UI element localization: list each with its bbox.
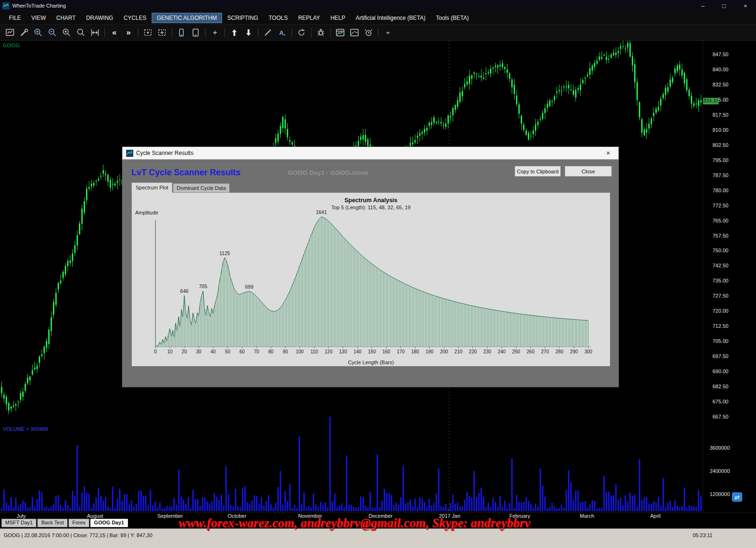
menu-file[interactable]: FILE xyxy=(4,13,26,23)
arrow-up-icon[interactable] xyxy=(228,26,241,39)
bug-icon[interactable] xyxy=(314,26,327,39)
pencil-icon[interactable] xyxy=(261,26,275,39)
toolbar-separator xyxy=(224,28,225,37)
menu-drawing[interactable]: DRAWING xyxy=(81,13,119,23)
svg-text:10: 10 xyxy=(167,349,173,354)
svg-text:0: 0 xyxy=(154,349,157,354)
dialog-close-button[interactable]: Close xyxy=(565,166,612,177)
svg-text:230: 230 xyxy=(483,349,491,354)
tablet-icon[interactable] xyxy=(189,26,202,39)
minimize-button[interactable]: – xyxy=(692,0,713,11)
time-axis[interactable]: JulyAugustSeptemberOctoberNovemberDecemb… xyxy=(0,513,756,519)
menu-genetic-algorithm[interactable]: GENETIC ALGORITHM xyxy=(152,13,222,23)
alarm-icon[interactable] xyxy=(362,26,375,39)
dialog-titlebar[interactable]: Cycle Scanner Results × xyxy=(122,147,619,160)
dialog-tabs: Spectrum PlotDominant Cycle Data xyxy=(131,182,230,193)
svg-text:699: 699 xyxy=(245,284,254,290)
price-axis-label: 795.00 xyxy=(713,157,729,163)
svg-text:270: 270 xyxy=(541,349,549,354)
menu-tools[interactable]: TOOLS xyxy=(263,13,292,23)
price-axis-label: 712.50 xyxy=(713,323,729,329)
dialog-icon xyxy=(126,150,133,157)
step-forward-icon[interactable]: » xyxy=(122,26,135,39)
menu-bar: FILEVIEWCHARTDRAWINGCYCLESGENETIC ALGORI… xyxy=(0,11,756,25)
copy-to-clipboard-button[interactable]: Copy to Clipboard xyxy=(515,166,561,177)
window-title: WhenToTrade Charting xyxy=(12,3,66,9)
price-axis-label: 817.50 xyxy=(713,112,729,118)
arrow-down-icon[interactable] xyxy=(242,26,255,39)
menu-view[interactable]: VIEW xyxy=(26,13,51,23)
dialog-close-icon[interactable]: × xyxy=(598,147,619,159)
cycle-scanner-dialog: Cycle Scanner Results × LvT Cycle Scanne… xyxy=(122,146,619,387)
spectrum-title: Spectrum Analysis xyxy=(132,197,610,204)
price-axis-label: 750.00 xyxy=(713,248,729,253)
maximize-button[interactable]: □ xyxy=(713,0,735,11)
svg-text:80: 80 xyxy=(268,349,274,354)
toolbar-separator xyxy=(292,28,292,37)
menu-cycles[interactable]: CYCLES xyxy=(119,13,152,23)
wrench-icon[interactable] xyxy=(17,26,31,39)
svg-text:90: 90 xyxy=(283,349,288,354)
app-window: WhenToTrade Charting – □ × FILEVIEWCHART… xyxy=(0,0,756,548)
dialog-tab-spectrum-plot[interactable]: Spectrum Plot xyxy=(131,182,172,193)
font-size-icon[interactable]: A xyxy=(275,26,289,39)
phone-icon[interactable] xyxy=(175,26,188,39)
close-button[interactable]: × xyxy=(735,0,756,11)
svg-text:280: 280 xyxy=(556,349,564,354)
price-axis-label: 675.00 xyxy=(713,399,729,404)
svg-text:140: 140 xyxy=(353,349,361,354)
swap-arrows-icon[interactable]: ⇄ xyxy=(732,492,742,502)
more-dropdown-icon[interactable] xyxy=(381,26,395,39)
price-axis-label: 727.50 xyxy=(713,293,729,299)
svg-text:300: 300 xyxy=(584,349,593,354)
dialog-heading: LvT Cycle Scanner Results xyxy=(131,168,241,178)
dialog-tab-dominant-cycle-data[interactable]: Dominant Cycle Data xyxy=(173,183,230,193)
curve-window-icon[interactable] xyxy=(348,26,361,39)
indicator-window-icon[interactable] xyxy=(334,26,347,39)
price-axis-label: 742.50 xyxy=(713,263,729,268)
search-icon[interactable] xyxy=(74,26,87,39)
zoom-in-icon[interactable] xyxy=(32,26,45,39)
crosshair-region-icon[interactable] xyxy=(155,26,169,39)
zoom-area-icon[interactable] xyxy=(60,26,73,39)
select-region-icon[interactable] xyxy=(141,26,155,39)
month-label-april: April xyxy=(650,513,661,519)
toolbar-separator xyxy=(205,28,206,37)
plus-icon[interactable] xyxy=(208,26,222,39)
menu-scripting[interactable]: SCRIPTING xyxy=(222,13,263,23)
month-label-november: November xyxy=(298,513,322,519)
price-axis-label: 765.00 xyxy=(713,218,729,223)
fit-width-icon[interactable] xyxy=(88,26,102,39)
chart-settings-icon[interactable] xyxy=(3,26,17,39)
price-axis-label: 787.50 xyxy=(713,172,729,178)
svg-text:646: 646 xyxy=(180,288,189,294)
menu-chart[interactable]: CHART xyxy=(51,13,81,23)
spectrum-subtitle: Top 5 (Length): 115, 48, 32, 65, 19 xyxy=(132,205,610,210)
sheet-tab-forex[interactable]: Forex xyxy=(69,519,89,527)
menu-artificial-intelligence-beta[interactable]: Artificial Intelligence (BETA) xyxy=(351,13,431,23)
price-axis-label: 735.00 xyxy=(713,278,729,283)
price-axis-label: 720.00 xyxy=(713,308,729,314)
month-label-march: March xyxy=(580,513,594,519)
svg-text:20: 20 xyxy=(182,349,188,354)
menu-help[interactable]: HELP xyxy=(325,13,350,23)
toolbar-separator xyxy=(104,28,105,37)
svg-text:1125: 1125 xyxy=(219,250,230,256)
svg-text:150: 150 xyxy=(368,349,376,354)
price-axis-label: 682.50 xyxy=(713,384,729,389)
zoom-out-icon[interactable] xyxy=(46,26,59,39)
menu-tools-beta[interactable]: Tools (BETA) xyxy=(431,13,474,23)
svg-text:250: 250 xyxy=(512,349,520,354)
menu-replay[interactable]: REPLAY xyxy=(293,13,325,23)
spectrum-ylabel: Amplitude xyxy=(135,210,158,215)
toolbar-separator xyxy=(172,28,172,37)
price-axis[interactable]: 847.50840.00832.50825.00817.50810.00802.… xyxy=(703,41,756,513)
sheet-tab-msft-day1[interactable]: MSFT Day1 xyxy=(1,519,36,527)
price-axis-label: 840.00 xyxy=(713,67,729,72)
sheet-tab-back-test[interactable]: Back Test xyxy=(37,519,68,527)
step-backward-icon[interactable]: « xyxy=(108,26,121,39)
price-axis-label: 832.50 xyxy=(713,82,729,87)
price-axis-label: 667.50 xyxy=(713,414,729,420)
refresh-icon[interactable] xyxy=(295,26,308,39)
sheet-tab-goog-day1[interactable]: GOOG Day1 xyxy=(90,519,128,527)
